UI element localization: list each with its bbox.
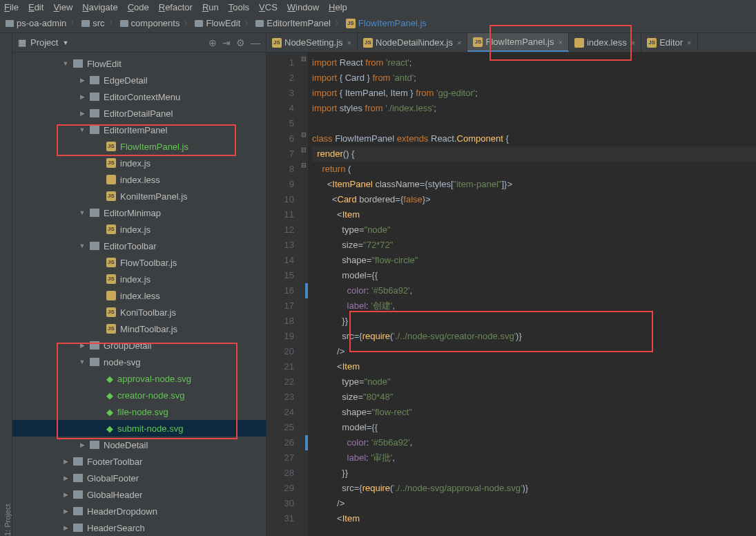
folder-icon [73, 457, 83, 466]
folder-icon [90, 358, 99, 366]
tree-item[interactable]: ▶GroupDetail [12, 337, 266, 354]
svg-icon: ◆ [106, 390, 113, 401]
svg-icon: ◆ [106, 407, 113, 417]
tree-item[interactable]: index.less [12, 171, 266, 188]
menu-code[interactable]: Code [128, 2, 149, 12]
close-icon[interactable]: × [687, 39, 691, 47]
folder-icon [90, 126, 99, 134]
breadcrumb: ps-oa-admin〉src〉components〉FlowEdit〉Edit… [0, 14, 756, 33]
tree-item[interactable]: ▶HeaderSearch [12, 519, 266, 536]
menu-run[interactable]: Run [202, 2, 219, 12]
folder-icon [90, 242, 99, 250]
tree-item[interactable]: ▼FlowEdit [12, 55, 266, 72]
folder-icon [73, 524, 83, 532]
folder-icon [90, 109, 99, 117]
js-icon: JS [106, 191, 116, 201]
menu-tools[interactable]: Tools [229, 2, 249, 12]
tree-item[interactable]: ◆creator-node.svg [12, 387, 266, 403]
editor-tab[interactable]: index.less× [569, 33, 641, 52]
js-icon: JS [106, 258, 116, 267]
tree-item[interactable]: JSindex.js [12, 271, 266, 287]
project-header: ▦ Project ▼ ⊕ ⇥ ⚙ — [12, 33, 266, 52]
breadcrumb-item[interactable]: FlowEdit [192, 17, 243, 30]
breadcrumb-item[interactable]: components [117, 17, 183, 30]
locate-icon[interactable]: ⊕ [209, 37, 217, 48]
editor-tabs[interactable]: JSNodeSetting.js×JSNodeDetail\index.js×J… [266, 33, 756, 52]
menu-window[interactable]: Window [287, 2, 319, 12]
breadcrumb-item[interactable]: src [79, 17, 107, 30]
tree-item[interactable]: ▼EditorMinimap [12, 204, 266, 221]
code-content[interactable]: import React from 'react';import { Card … [308, 52, 756, 536]
close-icon[interactable]: × [347, 39, 351, 47]
tree-item[interactable]: ▶GlobalHeader [12, 486, 266, 503]
gear-icon[interactable]: ⚙ [236, 37, 245, 48]
tree-item[interactable]: ◆approval-node.svg [12, 370, 266, 387]
folder-icon [90, 209, 99, 217]
folder-icon [73, 490, 83, 499]
menubar: FileEditViewNavigateCodeRefactorRunTools… [0, 0, 756, 14]
tree-item[interactable]: ▶HeaderDropdown [12, 503, 266, 519]
tree-item[interactable]: ◆submit-node.svg [12, 420, 266, 437]
tree-item[interactable]: JSindex.js [12, 221, 266, 238]
tree-item[interactable]: ▶NodeDetail [12, 437, 266, 453]
menu-vcs[interactable]: VCS [259, 2, 278, 12]
tree-item[interactable]: ▶GlobalFooter [12, 470, 266, 486]
js-icon: JS [106, 142, 116, 151]
tree-item[interactable]: ▼EditorToolbar [12, 238, 266, 254]
tree-item[interactable]: ▼EditorItemPanel [12, 122, 266, 138]
editor-tab[interactable]: JSEditor× [641, 33, 697, 52]
breadcrumb-item[interactable]: ps-oa-admin [3, 17, 69, 30]
project-title: Project [30, 37, 58, 48]
tree-item[interactable]: ▶EditorDetailPanel [12, 105, 266, 122]
menu-help[interactable]: Help [329, 2, 347, 12]
chevron-down-icon[interactable]: ▼ [62, 39, 68, 46]
hide-icon[interactable]: — [251, 37, 260, 48]
project-panel: ▦ Project ▼ ⊕ ⇥ ⚙ — ▼FlowEdit▶EdgeDetail… [12, 33, 266, 536]
editor-tab[interactable]: JSNodeSetting.js× [266, 33, 358, 52]
tree-item[interactable]: JSFlowToolbar.js [12, 254, 266, 271]
less-icon [106, 291, 116, 300]
tree-item[interactable]: ▶FooterToolbar [12, 453, 266, 470]
project-tree[interactable]: ▼FlowEdit▶EdgeDetail▶EditorContextMenu▶E… [12, 52, 266, 536]
tree-item[interactable]: ▶EditorContextMenu [12, 88, 266, 105]
less-icon [106, 175, 116, 184]
tree-item[interactable]: JSMindToolbar.js [12, 320, 266, 337]
tree-item[interactable]: JSKoniItemPanel.js [12, 188, 266, 204]
editor-tab[interactable]: JSFlowItemPanel.js× [467, 33, 568, 52]
close-icon[interactable]: × [457, 39, 461, 47]
js-icon: JS [106, 224, 116, 234]
line-gutter: 1234567891011121314151617181920212223242… [266, 52, 300, 536]
collapse-icon[interactable]: ⇥ [222, 37, 231, 48]
tree-item[interactable]: JSKoniToolbar.js [12, 304, 266, 320]
folder-icon [73, 59, 83, 68]
editor-area: JSNodeSetting.js×JSNodeDetail\index.js×J… [266, 33, 756, 536]
tool-window-stripe[interactable]: 1: Project 7: Structure [0, 33, 12, 536]
menu-navigate[interactable]: Navigate [82, 2, 117, 12]
js-icon: JS [106, 274, 116, 284]
editor-tab[interactable]: JSNodeDetail\index.js× [358, 33, 467, 52]
tree-item[interactable]: JSFlowItemPanel.js [12, 138, 266, 155]
breadcrumb-item[interactable]: EditorItemPanel [253, 17, 333, 30]
tree-item[interactable]: index.less [12, 287, 266, 304]
folder-icon [73, 474, 83, 482]
code-editor[interactable]: 1234567891011121314151617181920212223242… [266, 52, 756, 536]
tree-item[interactable]: ◆file-node.svg [12, 403, 266, 420]
tree-item[interactable]: ▶EdgeDetail [12, 72, 266, 88]
tree-item[interactable]: JSindex.js [12, 155, 266, 171]
tree-item[interactable]: ▼node-svg [12, 354, 266, 370]
js-icon: JS [106, 307, 116, 317]
folder-icon [90, 441, 99, 449]
folder-icon [90, 93, 99, 101]
svg-icon: ◆ [106, 423, 113, 434]
close-icon[interactable]: × [558, 38, 562, 46]
folder-icon [90, 341, 99, 350]
menu-refactor[interactable]: Refactor [159, 2, 193, 12]
breadcrumb-item[interactable]: JSFlowItemPanel.js [343, 17, 429, 30]
project-tool-label[interactable]: 1: Project [3, 47, 12, 536]
menu-edit[interactable]: Edit [28, 2, 43, 12]
menu-file[interactable]: File [4, 2, 19, 12]
js-icon: JS [106, 158, 116, 168]
close-icon[interactable]: × [631, 39, 635, 47]
project-icon: ▦ [18, 37, 26, 48]
menu-view[interactable]: View [53, 2, 72, 12]
